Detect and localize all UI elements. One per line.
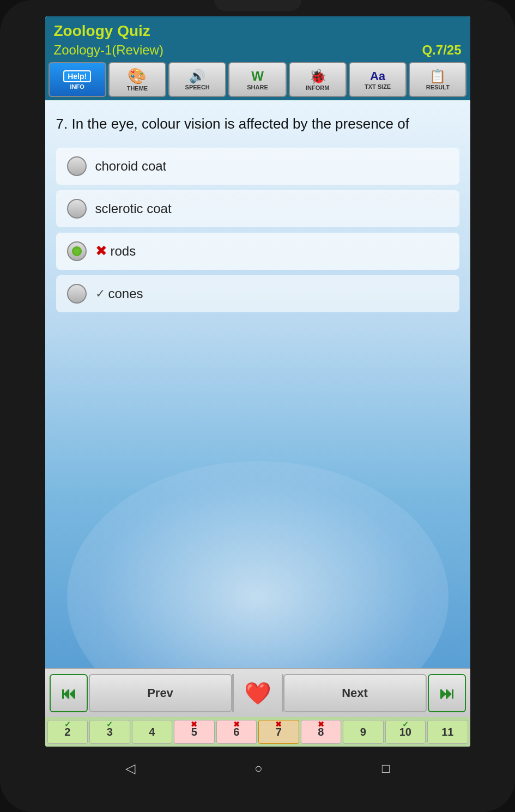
nav-first-button[interactable]: ⏮ xyxy=(50,674,88,712)
android-recents-button[interactable]: □ xyxy=(382,761,390,776)
app-subtitle: Zoology-1(Review) xyxy=(54,43,163,58)
option-b[interactable]: sclerotic coat xyxy=(56,190,459,227)
option-text-a: choroid coat xyxy=(95,159,167,174)
page-3[interactable]: ✓ 3 xyxy=(89,720,130,744)
option-a[interactable]: choroid coat xyxy=(56,148,459,185)
option-label-c: rods xyxy=(111,244,136,259)
radio-d xyxy=(67,284,87,304)
background-circle xyxy=(67,461,449,668)
info-label: INFO xyxy=(70,83,84,90)
android-home-button[interactable]: ○ xyxy=(255,761,263,776)
radio-inner-c xyxy=(72,246,82,256)
txtsize-label: TXT SIZE xyxy=(365,83,391,90)
nav-next-label: Next xyxy=(342,686,368,700)
result-label: RESULT xyxy=(426,84,450,90)
page-4-num: 4 xyxy=(149,726,155,738)
phone-notch xyxy=(214,0,301,11)
page-11-num: 11 xyxy=(441,726,453,738)
inform-icon: 🐞 xyxy=(309,69,326,83)
android-nav: ◁ ○ □ xyxy=(0,747,515,790)
toolbar-txtsize-button[interactable]: Aa TXT SIZE xyxy=(349,62,407,97)
share-icon: W xyxy=(251,70,264,83)
page-7-indicator: ✖ xyxy=(275,720,282,728)
page-5-indicator: ✖ xyxy=(191,720,197,728)
page-7[interactable]: ✖ 7 xyxy=(258,720,299,744)
page-9-num: 9 xyxy=(360,726,366,738)
option-text-d: ✓ cones xyxy=(95,286,143,301)
speech-label: SPEECH xyxy=(185,84,210,90)
radio-c xyxy=(67,241,87,261)
toolbar-inform-button[interactable]: 🐞 INFORM xyxy=(289,62,347,97)
wrong-icon-c: ✖ xyxy=(95,243,107,259)
app-container: Zoology Quiz Zoology-1(Review) Q.7/25 He… xyxy=(45,16,470,747)
radio-b xyxy=(67,199,87,219)
toolbar: Help! INFO 🎨 THEME 🔊 SPEECH W SHARE 🐞 IN… xyxy=(45,60,470,100)
page-10[interactable]: ✓ 10 xyxy=(385,720,426,744)
page-3-indicator: ✓ xyxy=(106,720,113,728)
nav-last-button[interactable]: ⏭ xyxy=(428,674,466,712)
app-subtitle-row: Zoology-1(Review) Q.7/25 xyxy=(54,40,462,60)
nav-first-icon: ⏮ xyxy=(61,684,76,702)
pagination-bar: ✓ 2 ✓ 3 4 ✖ 5 ✖ 6 ✖ 7 ✖ xyxy=(45,717,470,747)
nav-last-icon: ⏭ xyxy=(439,684,455,702)
nav-divider-left xyxy=(232,674,234,712)
page-6-indicator: ✖ xyxy=(233,720,240,728)
share-label: SHARE xyxy=(247,84,268,90)
page-8-indicator: ✖ xyxy=(318,720,324,728)
nav-prev-button[interactable]: Prev xyxy=(89,674,232,712)
theme-icon: 🎨 xyxy=(128,69,147,84)
page-2[interactable]: ✓ 2 xyxy=(47,720,88,744)
correct-icon-d: ✓ xyxy=(95,287,105,301)
app-header: Zoology Quiz Zoology-1(Review) Q.7/25 xyxy=(45,16,470,60)
option-label-d: cones xyxy=(108,286,143,301)
page-10-indicator: ✓ xyxy=(402,720,409,728)
page-4[interactable]: 4 xyxy=(132,720,173,744)
option-label-a: choroid coat xyxy=(95,159,167,174)
heart-icon: ❤️ xyxy=(244,681,271,706)
theme-label: THEME xyxy=(127,85,148,92)
nav-bar: ⏮ Prev ❤️ Next ⏭ xyxy=(45,668,470,717)
toolbar-info-button[interactable]: Help! INFO xyxy=(49,62,106,97)
speech-icon: 🔊 xyxy=(189,70,205,83)
question-text: 7. In the eye, colour vision is affected… xyxy=(56,113,459,135)
phone-frame: Zoology Quiz Zoology-1(Review) Q.7/25 He… xyxy=(0,0,515,812)
toolbar-share-button[interactable]: W SHARE xyxy=(228,62,286,97)
nav-heart-button[interactable]: ❤️ xyxy=(236,674,280,712)
question-counter: Q.7/25 xyxy=(422,43,461,58)
page-6[interactable]: ✖ 6 xyxy=(216,720,257,744)
option-text-c: ✖ rods xyxy=(95,243,136,259)
result-icon: 📋 xyxy=(429,70,446,83)
toolbar-theme-button[interactable]: 🎨 THEME xyxy=(108,62,166,97)
radio-a xyxy=(67,156,87,176)
option-c[interactable]: ✖ rods xyxy=(56,233,459,270)
toolbar-result-button[interactable]: 📋 RESULT xyxy=(409,62,466,97)
txtsize-icon: Aa xyxy=(370,70,385,82)
nav-next-button[interactable]: Next xyxy=(283,674,427,712)
page-8[interactable]: ✖ 8 xyxy=(301,720,342,744)
page-2-indicator: ✓ xyxy=(64,720,71,728)
app-title: Zoology Quiz xyxy=(54,22,462,40)
content-area: 7. In the eye, colour vision is affected… xyxy=(45,100,470,668)
option-label-b: sclerotic coat xyxy=(95,201,172,216)
page-5[interactable]: ✖ 5 xyxy=(174,720,215,744)
inform-label: INFORM xyxy=(306,84,329,91)
nav-prev-label: Prev xyxy=(147,686,173,700)
toolbar-speech-button[interactable]: 🔊 SPEECH xyxy=(168,62,226,97)
option-d[interactable]: ✓ cones xyxy=(56,275,459,312)
options-list: choroid coat sclerotic coat xyxy=(56,148,459,312)
android-back-button[interactable]: ◁ xyxy=(125,761,135,776)
info-icon: Help! xyxy=(63,70,91,82)
page-11[interactable]: 11 xyxy=(427,720,468,744)
option-text-b: sclerotic coat xyxy=(95,201,172,216)
page-9[interactable]: 9 xyxy=(343,720,384,744)
